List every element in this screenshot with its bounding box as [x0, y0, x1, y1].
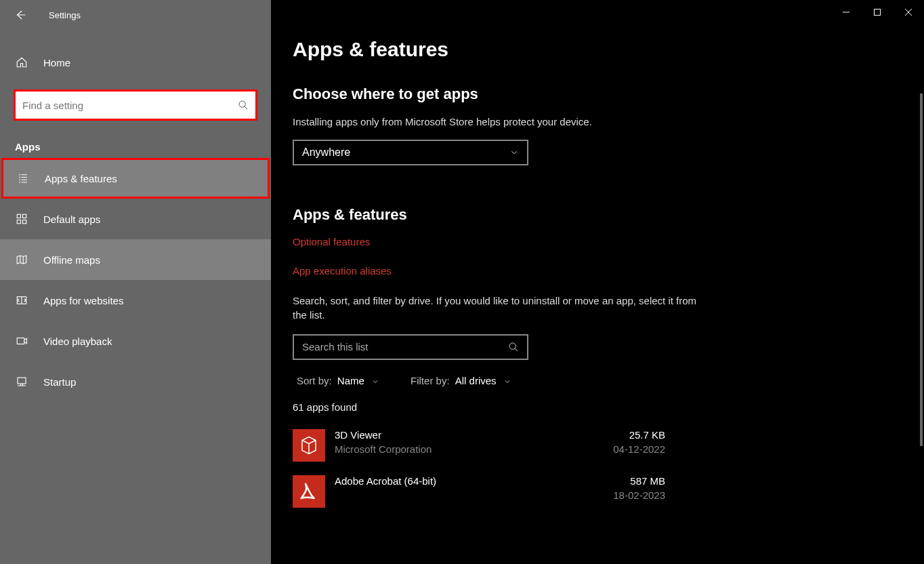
sidebar-item-label: Default apps [43, 214, 100, 225]
choose-desc: Installing apps only from Microsoft Stor… [293, 115, 699, 129]
sidebar-item-label: Startup [43, 376, 76, 388]
svg-rect-3 [17, 220, 20, 224]
chevron-down-icon [509, 148, 519, 157]
minimize-icon [842, 8, 850, 16]
sidebar-item-default-apps[interactable]: Default apps [0, 199, 271, 239]
svg-point-9 [509, 343, 516, 349]
sort-by-control[interactable]: Sort by: Name [297, 375, 379, 386]
sidebar-header: Settings [0, 0, 271, 30]
app-name: 3D Viewer [335, 429, 613, 441]
choose-heading: Choose where to get apps [293, 85, 924, 103]
search-apps-input[interactable] [302, 341, 508, 352]
app-meta: Adobe Acrobat (64-bit) [335, 475, 613, 489]
app-list-item[interactable]: Adobe Acrobat (64-bit) 587 MB 18-02-2023 [293, 468, 665, 515]
sidebar-item-label: Apps & features [45, 173, 117, 184]
video-playback-icon [15, 334, 28, 348]
default-apps-icon [15, 212, 28, 226]
sidebar-home-label: Home [43, 57, 70, 68]
sidebar-item-offline-maps[interactable]: Offline maps [0, 239, 271, 280]
chevron-down-icon [503, 378, 511, 386]
app-date: 18-02-2023 [613, 489, 665, 501]
main-content: Apps & features Choose where to get apps… [271, 0, 924, 564]
app-right: 25.7 KB 04-12-2022 [613, 429, 665, 455]
home-icon [15, 56, 28, 68]
app-right: 587 MB 18-02-2023 [613, 475, 665, 501]
sidebar-item-startup[interactable]: Startup [0, 361, 271, 402]
sidebar-item-label: Video playback [43, 336, 112, 347]
settings-window: Settings Home Apps Apps & features [0, 0, 924, 564]
svg-rect-8 [875, 9, 881, 16]
filter-label: Filter by: [411, 375, 450, 386]
search-setting-box[interactable] [16, 92, 255, 119]
apps-websites-icon [15, 294, 28, 307]
sidebar-item-apps-features[interactable]: Apps & features [1, 158, 270, 199]
scrollbar[interactable] [920, 94, 923, 446]
sidebar-item-apps-websites[interactable]: Apps for websites [0, 280, 271, 321]
apps-count: 61 apps found [293, 401, 924, 413]
app-date: 04-12-2022 [613, 443, 665, 455]
svg-rect-2 [23, 214, 26, 218]
page-title: Apps & features [293, 38, 924, 61]
maximize-icon [873, 8, 881, 16]
back-button[interactable] [12, 7, 28, 23]
install-source-dropdown[interactable]: Anywhere [293, 140, 528, 165]
sidebar-item-label: Apps for websites [43, 295, 123, 306]
apps-heading: Apps & features [293, 206, 924, 224]
svg-point-0 [239, 101, 245, 107]
app-meta: 3D Viewer Microsoft Corporation [335, 429, 613, 455]
filter-by-control[interactable]: Filter by: All drives [411, 375, 511, 386]
search-highlight [14, 89, 257, 121]
app-publisher: Microsoft Corporation [335, 443, 613, 455]
search-icon [508, 342, 519, 352]
app-name: Adobe Acrobat (64-bit) [335, 475, 613, 487]
close-button[interactable] [893, 0, 924, 24]
window-title: Settings [49, 10, 81, 20]
minimize-button[interactable] [831, 0, 862, 24]
svg-rect-1 [17, 214, 20, 218]
sidebar: Settings Home Apps Apps & features [0, 0, 271, 564]
sidebar-item-video-playback[interactable]: Video playback [0, 321, 271, 361]
sort-value: Name [337, 375, 364, 386]
app-list: 3D Viewer Microsoft Corporation 25.7 KB … [293, 422, 665, 515]
close-icon [904, 8, 912, 16]
sidebar-nav: Apps & features Default apps Offline map… [0, 158, 271, 402]
chevron-down-icon [371, 378, 379, 386]
app-execution-aliases-link[interactable]: App execution aliases [293, 265, 924, 277]
dropdown-value: Anywhere [302, 146, 350, 159]
sidebar-home[interactable]: Home [0, 42, 271, 83]
optional-features-link[interactable]: Optional features [293, 236, 924, 247]
svg-rect-6 [17, 338, 24, 344]
sort-filter-row: Sort by: Name Filter by: All drives [293, 375, 924, 386]
maximize-button[interactable] [862, 0, 893, 24]
app-icon-acrobat [293, 475, 325, 508]
apps-features-icon [16, 172, 30, 185]
sidebar-item-label: Offline maps [43, 254, 100, 266]
search-icon [238, 100, 249, 110]
search-setting-input[interactable] [22, 100, 238, 111]
svg-rect-4 [23, 220, 26, 224]
filter-value: All drives [455, 375, 497, 386]
titlebar-controls [831, 0, 924, 24]
filter-desc: Search, sort, and filter by drive. If yo… [293, 294, 699, 322]
offline-maps-icon [15, 253, 28, 266]
sort-label: Sort by: [297, 375, 332, 386]
app-icon-3dviewer [293, 429, 325, 462]
app-list-item[interactable]: 3D Viewer Microsoft Corporation 25.7 KB … [293, 422, 665, 468]
search-apps-box[interactable] [293, 334, 528, 360]
svg-rect-7 [18, 378, 26, 384]
app-size: 25.7 KB [613, 429, 665, 441]
app-size: 587 MB [613, 475, 665, 487]
startup-icon [15, 375, 28, 388]
sidebar-section-label: Apps [0, 121, 271, 158]
arrow-left-icon [14, 9, 26, 21]
